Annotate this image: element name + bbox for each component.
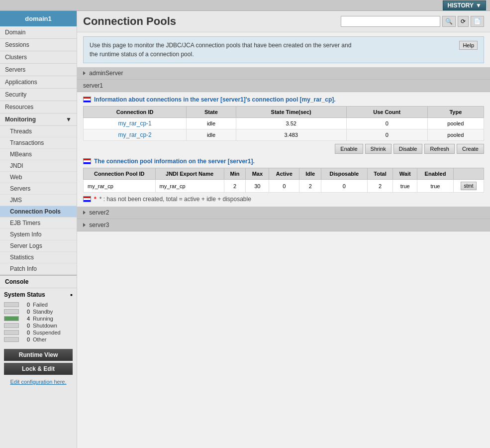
top-bar: HISTORY ▼ — [0, 0, 490, 11]
sidebar-item-security[interactable]: Security — [0, 89, 77, 101]
server-row-adminserver[interactable]: adminServer — [77, 67, 490, 80]
sidebar-item-web[interactable]: Web — [0, 172, 77, 183]
console-section: Console — [0, 275, 77, 288]
sidebar-item-jndi[interactable]: JNDI — [0, 160, 77, 172]
sidebar-item-connection-pools[interactable]: Connection Pools — [0, 206, 77, 218]
flag-icon-note — [83, 196, 91, 202]
sidebar-item-patch-info[interactable]: Patch Info — [0, 263, 77, 275]
search-input[interactable] — [341, 16, 440, 27]
status-label-standby: Standby — [33, 309, 53, 315]
lock-edit-button[interactable]: Lock & Edit — [4, 363, 73, 375]
wait-1: true — [393, 180, 417, 193]
max-1: 30 — [246, 180, 269, 193]
active-1: 0 — [269, 180, 299, 193]
sidebar-item-server-logs[interactable]: Server Logs — [0, 240, 77, 252]
system-status: System Status ▪ 0 Failed 0 Standby 4 Run… — [0, 288, 77, 346]
state-time-2: 3.483 — [236, 129, 346, 141]
sidebar: domain1 Domain Sessions Clusters Servers… — [0, 11, 77, 448]
th-state-time: State Time(sec) — [236, 107, 346, 118]
monitoring-chevron-icon: ▼ — [66, 116, 72, 123]
help-button[interactable]: Help — [459, 41, 478, 50]
sidebar-item-servers-mon[interactable]: Servers — [0, 183, 77, 195]
history-label: HISTORY — [447, 2, 474, 9]
server1-label: server1 — [83, 82, 103, 89]
stmt-button[interactable]: stmt — [461, 182, 477, 190]
enabled-1: true — [417, 180, 454, 193]
content-area: Connection Pools 🔍 ⟳ 📄 Use this page to … — [77, 11, 490, 448]
status-label-suspended: Suspended — [33, 330, 61, 336]
th-connection-id: Connection ID — [84, 107, 187, 118]
server-row-server3[interactable]: server3 — [77, 219, 490, 231]
th-type: Type — [427, 107, 484, 118]
pool-section: The connection pool information on the s… — [83, 158, 484, 203]
min-1: 2 — [224, 180, 246, 193]
sidebar-item-statistics[interactable]: Statistics — [0, 252, 77, 263]
state-1: idle — [187, 118, 236, 129]
sidebar-item-mbeans[interactable]: MBeans — [0, 149, 77, 160]
idle-1: 2 — [299, 180, 321, 193]
connections-table: Connection ID State State Time(sec) Use … — [83, 106, 484, 141]
status-bar-shutdown — [4, 323, 19, 328]
th-wait: Wait — [393, 168, 417, 180]
sidebar-item-system-info[interactable]: System Info — [0, 229, 77, 240]
sidebar-item-applications[interactable]: Applications — [0, 76, 77, 89]
edit-config-link[interactable]: Edit configuration here. — [0, 378, 77, 386]
connection-link-1[interactable]: my_rar_cp-1 — [118, 120, 151, 127]
server-row-server2[interactable]: server2 — [77, 207, 490, 219]
th-enabled: Enabled — [417, 168, 454, 180]
server2-label: server2 — [89, 209, 109, 216]
system-status-toggle[interactable]: ▪ — [70, 291, 73, 299]
search-area: 🔍 ⟳ 📄 — [341, 16, 484, 27]
enable-button[interactable]: Enable — [335, 144, 363, 154]
use-count-1: 0 — [346, 118, 427, 129]
sidebar-item-jms[interactable]: JMS — [0, 195, 77, 206]
table-row: my_rar_cp-1 idle 3.52 0 pooled — [84, 118, 484, 129]
sidebar-item-threads[interactable]: Threads — [0, 126, 77, 137]
th-idle: Idle — [299, 168, 321, 180]
note-text: * : has not been created, total = active… — [99, 196, 251, 203]
connection-id-2: my_rar_cp-2 — [84, 129, 187, 141]
create-button[interactable]: Create — [457, 144, 484, 154]
th-pool-id: Connection Pool ID — [84, 168, 156, 180]
domain-header[interactable]: domain1 — [0, 11, 77, 26]
server-row-server1[interactable]: server1 — [77, 80, 490, 92]
export-button[interactable]: 📄 — [471, 16, 484, 27]
history-button[interactable]: HISTORY ▼ — [443, 0, 486, 10]
connections-table-header-row: Connection ID State State Time(sec) Use … — [84, 107, 484, 118]
status-bar-standby — [4, 309, 19, 314]
status-bar-running — [4, 316, 19, 321]
th-active: Active — [269, 168, 299, 180]
sidebar-item-servers[interactable]: Servers — [0, 64, 77, 76]
refresh-button[interactable]: Refresh — [424, 144, 455, 154]
history-chevron-icon: ▼ — [476, 2, 482, 9]
sidebar-item-resources[interactable]: Resources — [0, 101, 77, 113]
shrink-button[interactable]: Shrink — [365, 144, 392, 154]
sidebar-item-clusters[interactable]: Clusters — [0, 51, 77, 64]
sidebar-item-domain[interactable]: Domain — [0, 26, 77, 39]
info-banner-text: Use this page to monitor the JDBC/JCA co… — [90, 41, 351, 59]
runtime-view-button[interactable]: Runtime View — [4, 349, 73, 361]
status-count-shutdown: 0 — [22, 323, 30, 329]
star-icon: * — [94, 196, 97, 203]
sidebar-item-ejb-timers[interactable]: EJB Timers — [0, 218, 77, 229]
search-button[interactable]: 🔍 — [442, 16, 456, 27]
status-bar-failed — [4, 302, 19, 307]
refresh-icon-button[interactable]: ⟳ — [458, 16, 469, 27]
pool-id-1: my_rar_cp — [84, 180, 156, 193]
system-status-label: System Status — [4, 291, 45, 298]
monitoring-section[interactable]: Monitoring ▼ — [0, 113, 77, 126]
status-label-other: Other — [33, 336, 47, 342]
status-count-running: 4 — [22, 316, 30, 322]
connection-link-2[interactable]: my_rar_cp-2 — [118, 131, 151, 138]
th-max: Max — [246, 168, 269, 180]
status-label-shutdown: Shutdown — [33, 323, 57, 329]
jndi-name-1: my_rar_cp — [155, 180, 224, 193]
disable-button[interactable]: Disable — [393, 144, 423, 154]
status-count-standby: 0 — [22, 309, 30, 315]
total-1: 2 — [367, 180, 393, 193]
sidebar-item-sessions[interactable]: Sessions — [0, 39, 77, 51]
sidebar-item-transactions[interactable]: Transactions — [0, 137, 77, 149]
page-title: Connection Pools — [83, 15, 176, 28]
state-2: idle — [187, 129, 236, 141]
info-banner: Use this page to monitor the JDBC/JCA co… — [83, 36, 484, 63]
